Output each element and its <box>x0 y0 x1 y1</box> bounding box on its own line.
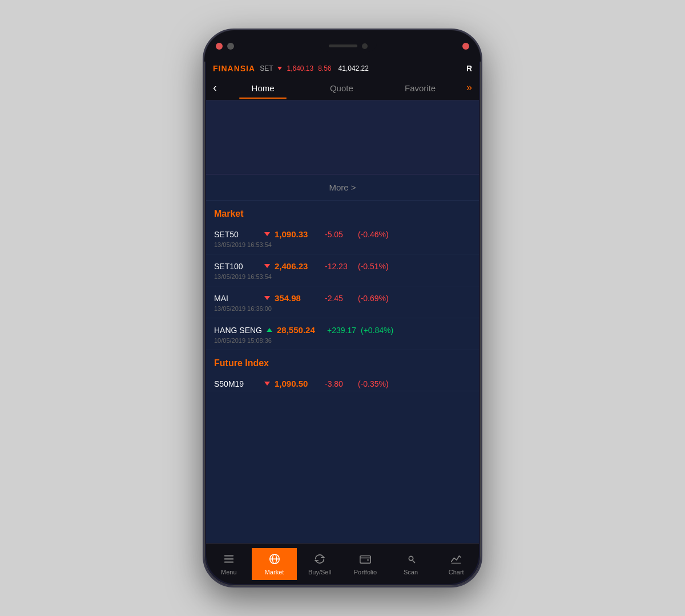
nav-item-chart[interactable]: Chart <box>433 548 479 580</box>
set-change: 8.56 <box>318 64 331 72</box>
nav-item-scan[interactable]: Scan <box>388 548 434 580</box>
tab-favorite[interactable]: Favorite <box>381 76 460 99</box>
nav-item-market[interactable]: Market <box>252 548 297 580</box>
bottom-padding <box>206 391 479 403</box>
mai-timestamp: 13/05/2019 16:36:00 <box>214 305 471 315</box>
market-item-mai[interactable]: MAI 354.98 -2.45 (-0.69%) 13/05/2019 16:… <box>206 286 479 318</box>
market-name-s50m19: S50M19 <box>214 379 260 388</box>
chart-icon <box>450 553 462 567</box>
hangseng-price: 28,550.24 <box>277 325 323 335</box>
tab-home[interactable]: Home <box>224 76 303 99</box>
bottom-nav: Menu Market Buy/Sell <box>206 543 479 584</box>
svg-rect-0 <box>224 555 234 556</box>
nav-item-buysell[interactable]: Buy/Sell <box>297 548 342 580</box>
tab-quote[interactable]: Quote <box>302 76 381 99</box>
market-item-set50[interactable]: SET50 1,090.33 -5.05 (-0.46%) 13/05/2019… <box>206 222 479 254</box>
set100-change: -12.23 <box>325 262 353 271</box>
set100-pct: (-0.51%) <box>358 262 389 271</box>
nav-item-menu[interactable]: Menu <box>206 548 252 580</box>
market-row-hangseng: HANG SENG 28,550.24 +239.17 (+0.84%) <box>214 325 471 335</box>
phone-wrapper: FINANSIA SET 1,640.13 8.56 41,042.22 R ‹… <box>203 29 482 587</box>
phone-shell: FINANSIA SET 1,640.13 8.56 41,042.22 R ‹… <box>203 29 482 587</box>
phone-screen: FINANSIA SET 1,640.13 8.56 41,042.22 R ‹… <box>206 62 479 584</box>
mai-price: 354.98 <box>275 293 320 303</box>
brand-logo: FINANSIA <box>213 64 255 73</box>
notch-right-dots <box>462 43 469 50</box>
market-name-set100: SET100 <box>214 262 260 271</box>
set50-pct: (-0.46%) <box>358 230 389 239</box>
market-item-hangseng[interactable]: HANG SENG 28,550.24 +239.17 (+0.84%) 10/… <box>206 318 479 350</box>
screen-content: More > Market SET50 1,090.33 -5.05 (-0.4… <box>206 100 479 543</box>
nav-label-chart: Chart <box>449 569 464 576</box>
nav-tabs: ‹ Home Quote Favorite » <box>206 75 479 100</box>
notch-left-dots <box>216 43 234 50</box>
market-row-set100: SET100 2,406.23 -12.23 (-0.51%) <box>214 261 471 271</box>
hangseng-timestamp: 10/05/2019 15:08:36 <box>214 337 471 347</box>
nav-label-market: Market <box>265 569 284 576</box>
notch-dot-1 <box>216 43 223 50</box>
status-bar: FINANSIA SET 1,640.13 8.56 41,042.22 R <box>206 62 479 75</box>
globe-icon <box>268 553 281 567</box>
future-index-header: Future Index <box>206 350 479 372</box>
nav-label-scan: Scan <box>404 569 418 576</box>
s50m19-price: 1,090.50 <box>275 379 320 388</box>
mai-change: -2.45 <box>325 294 353 303</box>
svg-point-7 <box>367 559 369 561</box>
set-value: 1,640.13 <box>287 64 313 72</box>
r-icon: R <box>466 64 472 73</box>
front-camera <box>362 43 368 49</box>
set100-price: 2,406.23 <box>275 261 320 271</box>
market-name-set50: SET50 <box>214 230 260 239</box>
market-section: Market SET50 1,090.33 -5.05 (-0.46%) 13/… <box>206 201 479 350</box>
market-name-hangseng: HANG SENG <box>214 326 262 335</box>
s50m19-arrow-icon <box>264 382 270 386</box>
hangseng-pct: (+0.84%) <box>361 326 393 335</box>
s50m19-pct: (-0.35%) <box>358 379 389 388</box>
market-name-mai: MAI <box>214 294 260 303</box>
set50-change: -5.05 <box>325 230 353 239</box>
market-row-s50m19: S50M19 1,090.50 -3.80 (-0.35%) <box>214 379 471 388</box>
market-row-set50: SET50 1,090.33 -5.05 (-0.46%) <box>214 229 471 239</box>
svg-point-8 <box>409 556 413 560</box>
market-item-set100[interactable]: SET100 2,406.23 -12.23 (-0.51%) 13/05/20… <box>206 254 479 286</box>
svg-rect-6 <box>360 556 370 563</box>
wallet-icon <box>359 553 372 567</box>
svg-rect-2 <box>224 561 234 562</box>
svg-rect-1 <box>224 558 234 560</box>
back-button[interactable]: ‹ <box>206 75 224 100</box>
market-section-header: Market <box>206 201 479 222</box>
nav-label-menu: Menu <box>221 569 237 576</box>
nav-label-portfolio: Portfolio <box>354 569 377 576</box>
speaker-grill <box>329 44 357 47</box>
mai-arrow-icon <box>264 296 270 300</box>
notch-center <box>320 40 377 52</box>
nav-label-buysell: Buy/Sell <box>308 569 331 576</box>
notch-dot-2 <box>227 43 234 50</box>
scan-icon <box>405 553 417 567</box>
nav-item-portfolio[interactable]: Portfolio <box>342 548 388 580</box>
index-value: 41,042.22 <box>339 64 369 72</box>
set-arrow-down-icon <box>277 67 282 70</box>
refresh-icon <box>313 553 326 567</box>
banner-area <box>206 100 479 175</box>
market-row-mai: MAI 354.98 -2.45 (-0.69%) <box>214 293 471 303</box>
market-item-s50m19[interactable]: S50M19 1,090.50 -3.80 (-0.35%) <box>206 372 479 391</box>
set100-timestamp: 13/05/2019 16:53:54 <box>214 273 471 283</box>
phone-notch <box>204 30 481 62</box>
more-tabs-icon[interactable]: » <box>460 76 479 99</box>
set50-price: 1,090.33 <box>275 229 320 239</box>
menu-icon <box>223 553 235 567</box>
notch-dot-3 <box>462 43 469 50</box>
hangseng-arrow-icon <box>267 328 272 332</box>
more-section: More > <box>206 175 479 201</box>
set50-arrow-icon <box>264 232 270 236</box>
more-button[interactable]: More > <box>329 183 356 192</box>
hangseng-change: +239.17 <box>327 326 356 335</box>
set-label: SET <box>260 64 273 72</box>
future-index-section: Future Index S50M19 1,090.50 -3.80 (-0.3… <box>206 350 479 391</box>
set100-arrow-icon <box>264 264 270 268</box>
set50-timestamp: 13/05/2019 16:53:54 <box>214 241 471 252</box>
s50m19-change: -3.80 <box>325 379 353 388</box>
mai-pct: (-0.69%) <box>358 294 389 303</box>
